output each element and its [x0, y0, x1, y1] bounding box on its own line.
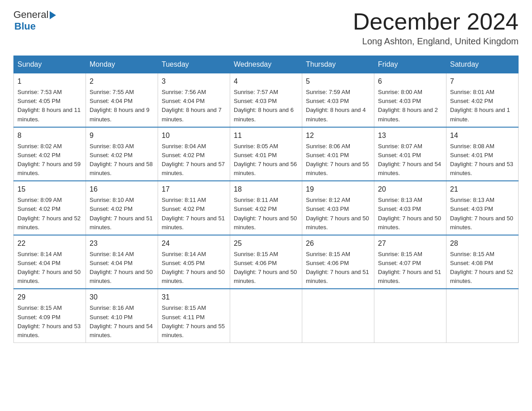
calendar-cell: 20Sunrise: 8:13 AMSunset: 4:03 PMDayligh… — [374, 181, 446, 235]
calendar-cell: 10Sunrise: 8:04 AMSunset: 4:02 PMDayligh… — [158, 127, 230, 181]
logo-general-text: General — [13, 9, 48, 21]
calendar-cell: 12Sunrise: 8:06 AMSunset: 4:01 PMDayligh… — [302, 127, 374, 181]
day-info: Sunrise: 8:15 AMSunset: 4:06 PMDaylight:… — [234, 251, 297, 284]
logo: General Blue — [13, 9, 56, 32]
calendar-cell: 22Sunrise: 8:14 AMSunset: 4:04 PMDayligh… — [14, 235, 86, 289]
day-number: 16 — [90, 184, 154, 195]
calendar-cell: 4Sunrise: 7:57 AMSunset: 4:03 PMDaylight… — [230, 73, 302, 127]
day-number: 28 — [450, 238, 515, 249]
day-info: Sunrise: 8:15 AMSunset: 4:09 PMDaylight:… — [17, 304, 81, 338]
day-info: Sunrise: 8:01 AMSunset: 4:02 PMDaylight:… — [450, 89, 510, 122]
day-info: Sunrise: 8:00 AMSunset: 4:03 PMDaylight:… — [378, 89, 438, 122]
day-number: 18 — [234, 184, 298, 195]
calendar-cell: 26Sunrise: 8:15 AMSunset: 4:06 PMDayligh… — [302, 235, 374, 289]
day-info: Sunrise: 7:56 AMSunset: 4:04 PMDaylight:… — [162, 89, 222, 122]
day-info: Sunrise: 8:06 AMSunset: 4:01 PMDaylight:… — [306, 143, 369, 176]
day-number: 9 — [90, 130, 154, 141]
calendar-cell: 8Sunrise: 8:02 AMSunset: 4:02 PMDaylight… — [14, 127, 86, 181]
day-info: Sunrise: 8:13 AMSunset: 4:03 PMDaylight:… — [450, 197, 513, 230]
day-info: Sunrise: 8:14 AMSunset: 4:04 PMDaylight:… — [90, 251, 153, 284]
month-title: December 2024 — [353, 9, 519, 34]
day-number: 10 — [162, 130, 226, 141]
title-section: December 2024 Long Ashton, England, Unit… — [353, 9, 519, 47]
calendar-cell: 29Sunrise: 8:15 AMSunset: 4:09 PMDayligh… — [14, 289, 86, 342]
weekday-header-friday: Friday — [374, 56, 446, 73]
page-header: General Blue December 2024 Long Ashton, … — [13, 9, 519, 47]
calendar-cell: 24Sunrise: 8:14 AMSunset: 4:05 PMDayligh… — [158, 235, 230, 289]
weekday-header-monday: Monday — [86, 56, 158, 73]
calendar-header: SundayMondayTuesdayWednesdayThursdayFrid… — [14, 56, 519, 73]
day-info: Sunrise: 8:15 AMSunset: 4:06 PMDaylight:… — [306, 251, 369, 284]
week-row-1: 1Sunrise: 7:53 AMSunset: 4:05 PMDaylight… — [14, 73, 519, 127]
day-number: 31 — [162, 292, 226, 303]
calendar-cell: 15Sunrise: 8:09 AMSunset: 4:02 PMDayligh… — [14, 181, 86, 235]
day-info: Sunrise: 8:15 AMSunset: 4:07 PMDaylight:… — [378, 251, 441, 284]
day-number: 11 — [234, 130, 298, 141]
day-info: Sunrise: 8:14 AMSunset: 4:04 PMDaylight:… — [17, 251, 81, 284]
day-number: 17 — [162, 184, 226, 195]
week-row-4: 22Sunrise: 8:14 AMSunset: 4:04 PMDayligh… — [14, 235, 519, 289]
weekday-header-row: SundayMondayTuesdayWednesdayThursdayFrid… — [14, 56, 519, 73]
day-number: 24 — [162, 238, 226, 249]
calendar-cell: 9Sunrise: 8:03 AMSunset: 4:02 PMDaylight… — [86, 127, 158, 181]
calendar-cell: 14Sunrise: 8:08 AMSunset: 4:01 PMDayligh… — [446, 127, 519, 181]
calendar-cell: 19Sunrise: 8:12 AMSunset: 4:03 PMDayligh… — [302, 181, 374, 235]
day-number: 13 — [378, 130, 442, 141]
calendar-table: SundayMondayTuesdayWednesdayThursdayFrid… — [13, 56, 519, 343]
day-number: 25 — [234, 238, 298, 249]
day-info: Sunrise: 7:53 AMSunset: 4:05 PMDaylight:… — [17, 89, 81, 122]
day-number: 21 — [450, 184, 515, 195]
calendar-cell: 18Sunrise: 8:11 AMSunset: 4:02 PMDayligh… — [230, 181, 302, 235]
week-row-3: 15Sunrise: 8:09 AMSunset: 4:02 PMDayligh… — [14, 181, 519, 235]
day-info: Sunrise: 7:59 AMSunset: 4:03 PMDaylight:… — [306, 89, 366, 122]
calendar-cell: 25Sunrise: 8:15 AMSunset: 4:06 PMDayligh… — [230, 235, 302, 289]
day-info: Sunrise: 8:14 AMSunset: 4:05 PMDaylight:… — [162, 251, 225, 284]
calendar-cell — [302, 289, 374, 342]
day-number: 27 — [378, 238, 442, 249]
calendar-cell: 5Sunrise: 7:59 AMSunset: 4:03 PMDaylight… — [302, 73, 374, 127]
day-info: Sunrise: 8:10 AMSunset: 4:02 PMDaylight:… — [90, 197, 153, 230]
day-number: 22 — [17, 238, 82, 249]
day-number: 7 — [450, 76, 515, 87]
week-row-2: 8Sunrise: 8:02 AMSunset: 4:02 PMDaylight… — [14, 127, 519, 181]
day-number: 6 — [378, 76, 442, 87]
day-number: 20 — [378, 184, 442, 195]
day-info: Sunrise: 8:04 AMSunset: 4:02 PMDaylight:… — [162, 143, 225, 176]
day-info: Sunrise: 8:03 AMSunset: 4:02 PMDaylight:… — [90, 143, 153, 176]
calendar-cell: 13Sunrise: 8:07 AMSunset: 4:01 PMDayligh… — [374, 127, 446, 181]
day-info: Sunrise: 8:09 AMSunset: 4:02 PMDaylight:… — [17, 197, 81, 230]
calendar-cell: 17Sunrise: 8:11 AMSunset: 4:02 PMDayligh… — [158, 181, 230, 235]
calendar-cell: 30Sunrise: 8:16 AMSunset: 4:10 PMDayligh… — [86, 289, 158, 342]
day-info: Sunrise: 8:15 AMSunset: 4:11 PMDaylight:… — [162, 304, 225, 338]
calendar-cell: 28Sunrise: 8:15 AMSunset: 4:08 PMDayligh… — [446, 235, 519, 289]
day-info: Sunrise: 7:57 AMSunset: 4:03 PMDaylight:… — [234, 89, 294, 122]
day-info: Sunrise: 8:05 AMSunset: 4:01 PMDaylight:… — [234, 143, 297, 176]
day-info: Sunrise: 8:12 AMSunset: 4:03 PMDaylight:… — [306, 197, 369, 230]
week-row-5: 29Sunrise: 8:15 AMSunset: 4:09 PMDayligh… — [14, 289, 519, 342]
day-info: Sunrise: 8:08 AMSunset: 4:01 PMDaylight:… — [450, 143, 513, 176]
calendar-cell: 21Sunrise: 8:13 AMSunset: 4:03 PMDayligh… — [446, 181, 519, 235]
calendar-cell — [230, 289, 302, 342]
day-number: 4 — [234, 76, 298, 87]
day-info: Sunrise: 8:11 AMSunset: 4:02 PMDaylight:… — [234, 197, 297, 230]
day-info: Sunrise: 8:11 AMSunset: 4:02 PMDaylight:… — [162, 197, 225, 230]
day-number: 26 — [306, 238, 370, 249]
calendar-cell: 27Sunrise: 8:15 AMSunset: 4:07 PMDayligh… — [374, 235, 446, 289]
logo-arrow-icon — [50, 11, 56, 19]
day-number: 2 — [90, 76, 154, 87]
day-number: 14 — [450, 130, 515, 141]
day-info: Sunrise: 8:15 AMSunset: 4:08 PMDaylight:… — [450, 251, 513, 284]
day-info: Sunrise: 8:13 AMSunset: 4:03 PMDaylight:… — [378, 197, 441, 230]
calendar-cell: 7Sunrise: 8:01 AMSunset: 4:02 PMDaylight… — [446, 73, 519, 127]
calendar-cell — [374, 289, 446, 342]
day-number: 29 — [17, 292, 82, 303]
calendar-cell: 3Sunrise: 7:56 AMSunset: 4:04 PMDaylight… — [158, 73, 230, 127]
day-number: 19 — [306, 184, 370, 195]
weekday-header-thursday: Thursday — [302, 56, 374, 73]
calendar-cell: 11Sunrise: 8:05 AMSunset: 4:01 PMDayligh… — [230, 127, 302, 181]
day-info: Sunrise: 7:55 AMSunset: 4:04 PMDaylight:… — [90, 89, 150, 122]
day-info: Sunrise: 8:07 AMSunset: 4:01 PMDaylight:… — [378, 143, 441, 176]
calendar-cell: 2Sunrise: 7:55 AMSunset: 4:04 PMDaylight… — [86, 73, 158, 127]
calendar-cell — [446, 289, 519, 342]
day-info: Sunrise: 8:16 AMSunset: 4:10 PMDaylight:… — [90, 304, 153, 338]
